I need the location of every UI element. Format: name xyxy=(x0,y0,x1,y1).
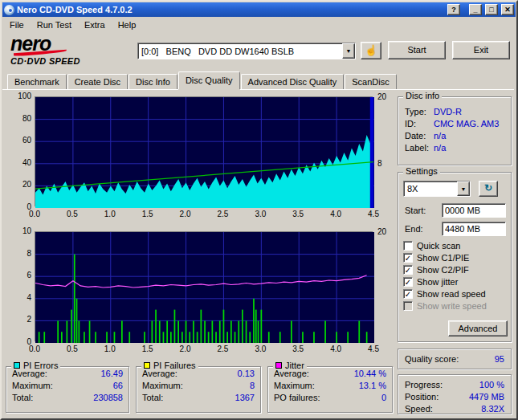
axis-tick-label: 0 xyxy=(7,202,31,211)
axis-tick-label: 60 xyxy=(7,136,31,145)
stat-row: Maximum:13.1 % xyxy=(268,379,392,391)
chevron-down-icon[interactable]: ▼ xyxy=(342,43,355,59)
settings-group: Settings 8X ▼ ↻ Start: End: Quick scan ✓… xyxy=(398,172,512,342)
axis-tick-label: 20 xyxy=(7,180,31,189)
disc-date-row: Date:n/a xyxy=(405,131,446,141)
axis-tick-label: 2.5 xyxy=(217,345,228,353)
checkbox-show-c1-pie[interactable]: ✓Show C1/PIE xyxy=(403,252,469,263)
stat-row: Maximum:66 xyxy=(6,379,128,391)
menu-file[interactable]: File xyxy=(3,18,31,32)
app-window: Nero CD-DVD Speed 4.7.0.2 ? _ □ ✕ File R… xyxy=(0,0,518,420)
disc-type-row: Type:DVD-R xyxy=(405,107,462,116)
checkbox-show-write-speed[interactable]: Show write speed xyxy=(403,300,487,311)
axis-tick-label: 1.5 xyxy=(142,345,153,353)
pi-failures-panel-title: PI Failures xyxy=(153,361,196,370)
disc-info-title: Disc info xyxy=(403,91,442,100)
axis-tick-label: 40 xyxy=(7,158,31,167)
refresh-icon: ↻ xyxy=(484,182,492,194)
pi-errors-panel: PI Errors Average:16.49 Maximum:66 Total… xyxy=(6,366,129,413)
disc-info-group: Disc info Type:DVD-R ID:CMC MAG. AM3 Dat… xyxy=(398,96,512,165)
close-button[interactable]: ✕ xyxy=(501,4,514,15)
tab-disc-quality[interactable]: Disc Quality xyxy=(178,71,240,89)
app-disc-icon xyxy=(4,5,14,15)
axis-tick-label: 4.0 xyxy=(330,210,341,218)
axis-tick-label: 4 xyxy=(7,293,31,302)
tab-create-disc[interactable]: Create Disc xyxy=(67,74,128,89)
progress-group: Progress:100 % Position:4479 MB Speed:8.… xyxy=(398,374,512,414)
menu-run-test[interactable]: Run Test xyxy=(31,18,78,32)
axis-tick-label: 2.5 xyxy=(217,210,228,218)
tab-benchmark[interactable]: Benchmark xyxy=(7,74,67,89)
axis-tick-label: 100 xyxy=(7,92,31,100)
nero-logo-text: nero xyxy=(10,35,131,53)
quality-score-group: Quality score: 95 xyxy=(398,349,512,369)
pi-errors-chart: 1008060402002080.00.51.01.52.02.53.03.54… xyxy=(7,96,394,222)
exit-button[interactable]: Exit xyxy=(452,41,510,59)
axis-tick-label: 1.5 xyxy=(142,210,153,218)
refresh-button[interactable]: ↻ xyxy=(479,181,498,197)
tab-disc-info[interactable]: Disc Info xyxy=(128,74,177,89)
axis-tick-label: 0.0 xyxy=(29,345,40,353)
eject-hand-button[interactable]: ☝ xyxy=(361,42,381,59)
start-button[interactable]: Start xyxy=(388,41,446,59)
help-button[interactable]: ? xyxy=(447,4,460,15)
axis-tick-label: 20 xyxy=(377,227,386,236)
checkbox-show-c2-pif[interactable]: ✓Show C2/PIF xyxy=(403,264,469,275)
quality-score-value: 95 xyxy=(495,349,504,369)
pi-failures-jitter-chart: 1086420200.00.51.01.52.02.53.03.54.04.5 xyxy=(7,231,394,357)
menu-bar: File Run Test Extra Help xyxy=(2,17,516,33)
advanced-button[interactable]: Advanced xyxy=(448,320,508,336)
checkbox-box: ✓ xyxy=(403,253,413,263)
axis-tick-label: 0.5 xyxy=(67,210,78,218)
menu-extra[interactable]: Extra xyxy=(78,18,112,32)
axis-tick-label: 4.5 xyxy=(368,210,379,218)
menu-help[interactable]: Help xyxy=(112,18,143,32)
pi-failures-panel: PI Failures Average:0.13 Maximum:8 Total… xyxy=(136,366,261,413)
checkbox-show-read-speed[interactable]: ✓Show read speed xyxy=(403,288,486,299)
checkbox-box xyxy=(403,241,413,251)
checkbox-quick-scan[interactable]: Quick scan xyxy=(403,240,460,251)
pi-failures-legend-swatch xyxy=(144,362,150,369)
maximize-button[interactable]: □ xyxy=(485,4,498,15)
end-field-label: End: xyxy=(405,224,423,234)
axis-tick-label: 3.5 xyxy=(292,345,304,353)
stat-row: Maximum:8 xyxy=(137,379,260,391)
disc-quality-page: 1008060402002080.00.51.01.52.02.53.03.54… xyxy=(2,89,514,417)
hand-icon: ☝ xyxy=(365,44,377,56)
axis-tick-label: 4.5 xyxy=(368,345,379,353)
axis-tick-label: 10 xyxy=(7,226,31,235)
speed-selector-value: 8X xyxy=(404,184,457,194)
speed-row: Speed:8.32X xyxy=(398,402,511,414)
axis-tick-label: 8 xyxy=(7,249,31,258)
axis-tick-label: 1.0 xyxy=(104,210,116,218)
checkbox-box: ✓ xyxy=(403,265,413,275)
tab-scandisc[interactable]: ScanDisc xyxy=(345,74,396,89)
axis-tick-label: 3.5 xyxy=(292,210,304,218)
disc-label-row: Label:n/a xyxy=(405,143,446,153)
tab-advanced-disc-quality[interactable]: Advanced Disc Quality xyxy=(241,74,345,89)
axis-tick-label: 0.5 xyxy=(67,345,78,353)
window-title: Nero CD-DVD Speed 4.7.0.2 xyxy=(17,5,444,14)
minimize-button[interactable]: _ xyxy=(469,4,482,15)
jitter-legend-swatch xyxy=(275,362,282,369)
pi-errors-legend-swatch xyxy=(14,362,20,369)
axis-tick-label: 1.0 xyxy=(104,345,116,353)
start-input[interactable] xyxy=(442,203,506,218)
position-row: Position:4479 MB xyxy=(398,390,511,402)
progress-row: Progress:100 % xyxy=(398,378,511,390)
axis-tick-label: 4.0 xyxy=(330,345,341,353)
chart-plot xyxy=(35,96,373,207)
title-bar: Nero CD-DVD Speed 4.7.0.2 ? _ □ ✕ xyxy=(2,2,516,17)
speed-selector[interactable]: 8X ▼ xyxy=(403,181,471,197)
drive-selector[interactable]: [0:0] BENQ DVD DD DW1640 BSLB ▼ xyxy=(137,43,356,59)
stat-row: Total:1367 xyxy=(137,391,260,403)
axis-tick-label: 6 xyxy=(7,271,31,279)
settings-title: Settings xyxy=(403,166,440,176)
header: nero CD·DVD SPEED [0:0] BENQ DVD DD DW16… xyxy=(2,33,516,71)
checkbox-box: ✓ xyxy=(403,289,413,299)
jitter-panel-title: Jitter xyxy=(285,361,304,370)
chevron-down-icon[interactable]: ▼ xyxy=(457,181,470,196)
end-input[interactable] xyxy=(442,222,506,236)
stat-row: PO failures:0 xyxy=(268,391,392,403)
checkbox-show-jitter[interactable]: ✓Show jitter xyxy=(403,276,458,287)
